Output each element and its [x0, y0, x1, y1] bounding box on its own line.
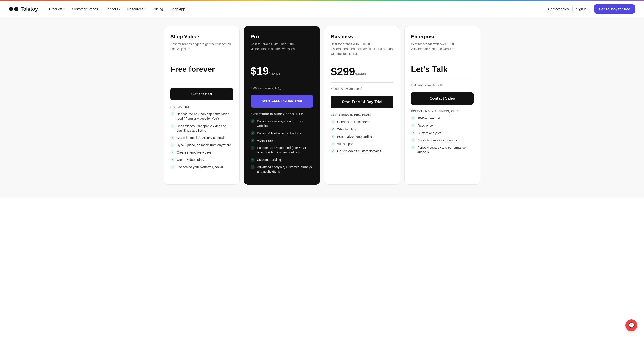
highlights-label-pro: EVERYTHING IN SHOP VIDEOS, PLUS:	[250, 113, 313, 116]
nav-item-products[interactable]: Products ▾	[46, 5, 68, 13]
navbar: Tolstoy Products ▾ Customer Stories Part…	[0, 1, 644, 17]
nav-right: Contact sales Sign in Get Tolstoy for fr…	[548, 4, 635, 14]
list-item: Share in emails/SMS or via socials	[170, 135, 233, 140]
chevron-down-icon: ▾	[144, 8, 146, 10]
feature-list-business: Connect multiple stores Whitelabeling Pe…	[331, 120, 394, 153]
check-icon	[250, 119, 255, 123]
plan-desc-business: Best for brands with 30K-100K visitors/m…	[331, 42, 394, 56]
check-icon	[250, 131, 255, 135]
list-item: Shop Videos - shoppable videos on your S…	[170, 124, 233, 133]
plan-card-shop-videos: Shop Videos Best for brands eager to get…	[164, 26, 240, 185]
check-icon	[411, 138, 415, 142]
plan-views-pro: 5,000 views/month i	[250, 86, 313, 90]
list-item: Create interactive videos	[170, 150, 233, 155]
highlights-label-enterprise: EVERYTHING IN BUSINESS, PLUS:	[411, 110, 474, 113]
check-icon	[170, 143, 174, 147]
list-item: Periodic strategy and performance analys…	[411, 145, 474, 154]
list-item: 30-Day free trial	[411, 116, 474, 121]
list-item: Whitelabeling	[331, 127, 394, 131]
nav-logo[interactable]: Tolstoy	[9, 6, 38, 12]
check-icon	[331, 127, 335, 131]
plan-price-pro: $19	[250, 65, 269, 77]
plan-divider-2	[250, 82, 313, 82]
list-item: VIP support	[331, 142, 394, 146]
check-icon	[170, 158, 174, 162]
plan-divider	[170, 60, 233, 60]
check-icon	[170, 124, 174, 128]
check-icon	[411, 131, 415, 135]
list-item: Advanced analytics, customer journeys an…	[250, 165, 313, 174]
list-item: Connect to your platforms, social	[170, 165, 233, 169]
plan-divider	[331, 61, 394, 61]
logo-text: Tolstoy	[20, 6, 38, 12]
nav-item-partners[interactable]: Partners ▾	[102, 5, 124, 13]
list-item: Personalized onboarding	[331, 134, 394, 139]
list-item: Custom branding	[250, 157, 313, 162]
check-icon	[170, 165, 174, 169]
list-item: Custom analytics	[411, 131, 474, 135]
plan-price-unit-pro: /month	[269, 72, 280, 75]
plan-name-business: Business	[331, 34, 394, 40]
business-trial-button[interactable]: Start Free 14-Day Trial	[331, 96, 394, 108]
plan-price-unit-business: /month	[355, 72, 366, 76]
plan-price-shop-videos: Free forever	[170, 65, 233, 74]
plan-divider-2	[411, 79, 474, 79]
plan-name-enterprise: Enterprise	[411, 34, 474, 40]
plan-divider-2	[331, 82, 394, 83]
check-icon	[170, 150, 174, 154]
contact-sales-link[interactable]: Contact sales	[548, 7, 569, 11]
check-icon	[331, 149, 335, 153]
list-item: Create video quizzes	[170, 157, 233, 162]
nav-links: Products ▾ Customer Stories Partners ▾ R…	[46, 5, 548, 13]
list-item: Publish videos anywhere on your website	[250, 119, 313, 128]
check-icon	[250, 146, 255, 150]
check-icon	[331, 135, 335, 139]
feature-list-enterprise: 30-Day free trial Fixed price Custom ana…	[411, 116, 474, 154]
plan-views-enterprise: Unlimited views/month	[411, 83, 474, 87]
logo-dot-1	[9, 7, 13, 11]
chevron-down-icon: ▾	[119, 8, 120, 10]
nav-item-pricing[interactable]: Pricing	[150, 5, 166, 13]
plan-desc-enterprise: Best for brands with over 100K visitors/…	[411, 42, 474, 55]
list-item: Dedicated success manager	[411, 138, 474, 142]
check-icon	[250, 165, 255, 169]
plan-desc-pro: Best for brands with under 30K visitors/…	[250, 42, 313, 55]
check-icon	[250, 138, 255, 142]
get-started-button[interactable]: Get Started	[170, 88, 233, 100]
plan-card-pro: Pro Best for brands with under 30K visit…	[244, 26, 320, 185]
highlights-label-business: EVERYTHING IN PRO, PLUS:	[331, 113, 394, 116]
pricing-section: Shop Videos Best for brands eager to get…	[0, 17, 644, 198]
plan-views-business: 50,000 views/month i	[331, 87, 394, 91]
get-tolstoy-button[interactable]: Get Tolstoy for free	[594, 4, 635, 14]
info-icon-pro[interactable]: i	[278, 87, 281, 90]
list-item: Connect multiple stores	[331, 120, 394, 124]
check-icon	[331, 142, 335, 146]
nav-item-customer-stories[interactable]: Customer Stories	[69, 5, 101, 13]
check-icon	[411, 116, 415, 120]
logo-dot-2	[14, 7, 18, 11]
chevron-down-icon: ▾	[64, 8, 65, 10]
list-item: Sync, upload, or import from anywhere	[170, 143, 233, 147]
highlights-label-shop-videos: HIGHLIGHTS:	[170, 105, 233, 109]
nav-item-resources[interactable]: Resources ▾	[124, 5, 149, 13]
plan-price-enterprise: Let's Talk	[411, 65, 474, 74]
plan-divider-2	[170, 78, 233, 78]
plan-price-container-business: $299/month	[331, 65, 394, 78]
pro-trial-button[interactable]: Start Free 14-Day Trial	[250, 95, 313, 108]
feature-list-shop-videos: Be featured on Shop app home video feed …	[170, 112, 233, 170]
nav-item-shop-app[interactable]: Shop App	[167, 5, 188, 13]
info-icon-business[interactable]: i	[360, 87, 363, 90]
plan-desc-shop-videos: Best for brands eager to get their video…	[170, 42, 233, 55]
plan-name-shop-videos: Shop Videos	[170, 34, 233, 40]
list-item: Personalized video feed ('For You') base…	[250, 145, 313, 155]
check-icon	[331, 120, 335, 124]
plan-card-business: Business Best for brands with 30K-100K v…	[324, 26, 400, 185]
plans-grid: Shop Videos Best for brands eager to get…	[164, 26, 480, 185]
list-item: Publish & host unlimited videos	[250, 131, 313, 135]
plan-price-container-pro: $19/month	[250, 65, 313, 77]
plan-divider	[411, 60, 474, 60]
plan-card-enterprise: Enterprise Best for brands with over 100…	[404, 26, 480, 185]
enterprise-contact-button[interactable]: Contact Sales	[411, 92, 474, 105]
sign-in-button[interactable]: Sign in	[572, 5, 590, 13]
plan-price-business: $299	[331, 66, 355, 78]
